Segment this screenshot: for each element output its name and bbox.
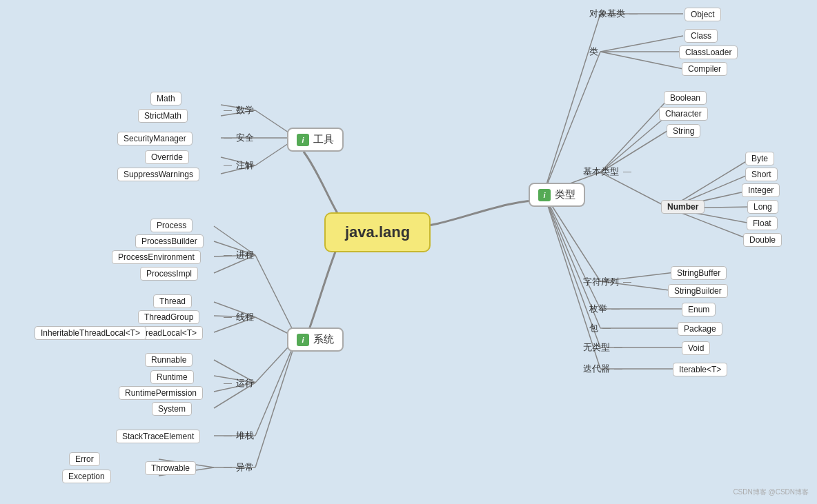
leaf-boolean: Boolean bbox=[664, 91, 707, 105]
svg-line-33 bbox=[600, 52, 683, 69]
leaf-compiler: Compiler bbox=[682, 62, 727, 76]
cat-types: i 类型 bbox=[529, 183, 585, 207]
leaf-double: Double bbox=[743, 233, 782, 247]
leaf-short: Short bbox=[745, 168, 778, 181]
watermark: CSDN博客 @CSDN博客 bbox=[733, 487, 809, 497]
leaf-stringbuilder: StringBuilder bbox=[668, 284, 728, 298]
leaf-runnable: Runnable bbox=[145, 353, 193, 367]
types-icon: i bbox=[538, 189, 551, 201]
cat-system-label: 系统 bbox=[313, 333, 334, 346]
branch-voidtype: 无类型 bbox=[583, 341, 624, 354]
leaf-math: Math bbox=[150, 92, 181, 105]
center-label: java.lang bbox=[345, 223, 410, 241]
svg-line-31 bbox=[600, 36, 683, 52]
branch-package: 包 bbox=[589, 322, 612, 334]
branch-iterator: 迭代器 bbox=[583, 363, 624, 375]
leaf-inheritablethreadlocal: InheritableThreadLocal<T> bbox=[35, 326, 146, 340]
svg-line-36 bbox=[600, 114, 669, 172]
branch-exception: 异常 bbox=[222, 461, 254, 474]
branch-objectbase: 对象基类 bbox=[589, 8, 639, 20]
leaf-float: Float bbox=[747, 216, 778, 230]
leaf-runtime: Runtime bbox=[150, 370, 194, 384]
leaf-processimpl: ProcessImpl bbox=[140, 267, 198, 281]
leaf-integer: Integer bbox=[742, 183, 780, 197]
leaf-thread: Thread bbox=[153, 294, 192, 308]
leaf-threadgroup: ThreadGroup bbox=[138, 310, 199, 324]
branch-enum: 枚举 bbox=[589, 303, 621, 315]
leaf-stacktraceelement: StackTraceElement bbox=[116, 430, 200, 443]
branch-annotation: 注解 bbox=[222, 159, 254, 172]
branch-math: 数学 bbox=[222, 104, 254, 117]
leaf-void: Void bbox=[682, 341, 710, 355]
leaf-strictmath: StrictMath bbox=[138, 109, 188, 123]
branch-process: 进程 bbox=[222, 249, 254, 261]
branch-basictype: 基本类型 bbox=[583, 165, 633, 178]
leaf-processbuilder: ProcessBuilder bbox=[135, 234, 204, 248]
leaf-error: Error bbox=[69, 452, 100, 466]
cat-system: i 系统 bbox=[287, 327, 344, 352]
leaf-object: Object bbox=[685, 8, 721, 21]
branch-stringseq: 字符序列 bbox=[583, 276, 633, 288]
leaf-string: String bbox=[667, 124, 700, 138]
leaf-package: Package bbox=[678, 322, 722, 336]
leaf-throwable: Throwable bbox=[145, 461, 196, 475]
svg-line-24 bbox=[255, 338, 297, 467]
leaf-process: Process bbox=[150, 219, 193, 232]
center-node: java.lang bbox=[324, 212, 431, 252]
leaf-exception: Exception bbox=[62, 470, 111, 483]
branch-class: 类 bbox=[589, 46, 612, 58]
leaf-class: Class bbox=[685, 29, 718, 43]
cat-tools: i 工具 bbox=[287, 128, 344, 152]
leaf-iterable: Iterable<T> bbox=[673, 363, 727, 376]
leaf-long: Long bbox=[747, 200, 778, 214]
svg-line-48 bbox=[544, 193, 600, 309]
leaf-classloader: ClassLoader bbox=[679, 46, 738, 59]
leaf-stringbuffer: StringBuffer bbox=[671, 266, 727, 280]
cat-tools-label: 工具 bbox=[313, 133, 334, 146]
leaf-system: System bbox=[152, 402, 192, 416]
leaf-runtimepermission: RuntimePermission bbox=[119, 386, 203, 400]
branch-security: 安全 bbox=[222, 132, 254, 144]
tools-icon: i bbox=[297, 134, 309, 146]
svg-line-22 bbox=[255, 338, 297, 436]
svg-line-8 bbox=[255, 255, 297, 338]
leaf-suppresswarnings: SuppressWarnings bbox=[117, 168, 199, 181]
system-icon: i bbox=[297, 334, 309, 346]
leaf-enum: Enum bbox=[682, 303, 716, 316]
branch-run: 运行 bbox=[222, 377, 254, 390]
subbranch-number: Number bbox=[661, 200, 705, 214]
branch-thread: 线程 bbox=[222, 311, 254, 323]
leaf-override: Override bbox=[145, 150, 189, 164]
cat-types-label: 类型 bbox=[555, 188, 575, 201]
leaf-securitymanager: SecurityManager bbox=[117, 132, 193, 145]
branch-stack: 堆栈 bbox=[222, 430, 254, 442]
leaf-character: Character bbox=[659, 107, 708, 121]
leaf-byte: Byte bbox=[745, 152, 774, 165]
leaf-processenvironment: ProcessEnvironment bbox=[112, 250, 201, 264]
